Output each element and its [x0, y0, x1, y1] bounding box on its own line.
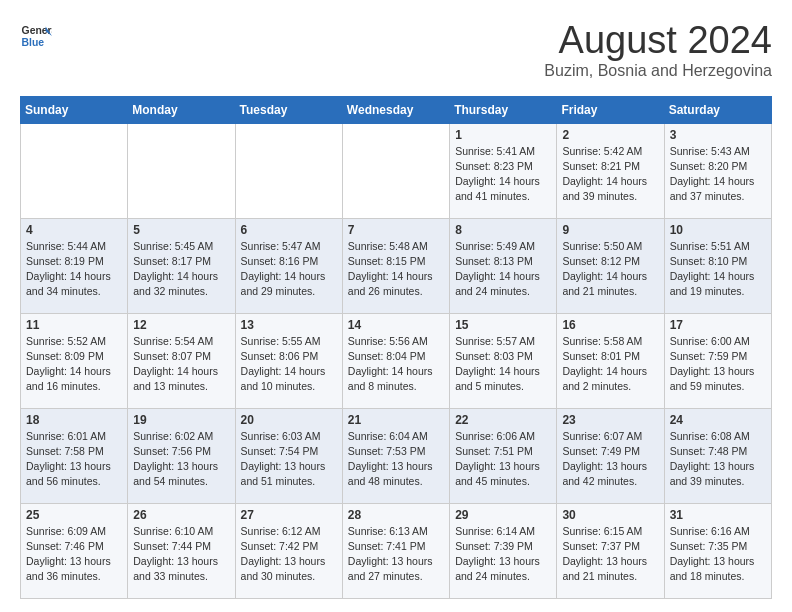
day-number: 15 [455, 318, 551, 332]
day-info: Sunrise: 5:52 AM Sunset: 8:09 PM Dayligh… [26, 334, 122, 395]
day-number: 6 [241, 223, 337, 237]
day-number: 14 [348, 318, 444, 332]
day-info: Sunrise: 5:48 AM Sunset: 8:15 PM Dayligh… [348, 239, 444, 300]
calendar-cell: 18Sunrise: 6:01 AM Sunset: 7:58 PM Dayli… [21, 408, 128, 503]
calendar-cell: 22Sunrise: 6:06 AM Sunset: 7:51 PM Dayli… [450, 408, 557, 503]
calendar-week-1: 1Sunrise: 5:41 AM Sunset: 8:23 PM Daylig… [21, 123, 772, 218]
day-number: 3 [670, 128, 766, 142]
day-number: 30 [562, 508, 658, 522]
svg-text:Blue: Blue [22, 37, 45, 48]
logo: General Blue [20, 20, 52, 52]
day-number: 18 [26, 413, 122, 427]
day-info: Sunrise: 5:54 AM Sunset: 8:07 PM Dayligh… [133, 334, 229, 395]
calendar-cell: 6Sunrise: 5:47 AM Sunset: 8:16 PM Daylig… [235, 218, 342, 313]
day-number: 2 [562, 128, 658, 142]
calendar-cell: 7Sunrise: 5:48 AM Sunset: 8:15 PM Daylig… [342, 218, 449, 313]
day-info: Sunrise: 6:02 AM Sunset: 7:56 PM Dayligh… [133, 429, 229, 490]
calendar-cell: 26Sunrise: 6:10 AM Sunset: 7:44 PM Dayli… [128, 503, 235, 598]
weekday-header-thursday: Thursday [450, 96, 557, 123]
calendar-cell: 15Sunrise: 5:57 AM Sunset: 8:03 PM Dayli… [450, 313, 557, 408]
day-info: Sunrise: 5:55 AM Sunset: 8:06 PM Dayligh… [241, 334, 337, 395]
calendar-cell: 24Sunrise: 6:08 AM Sunset: 7:48 PM Dayli… [664, 408, 771, 503]
calendar-cell: 5Sunrise: 5:45 AM Sunset: 8:17 PM Daylig… [128, 218, 235, 313]
day-info: Sunrise: 5:47 AM Sunset: 8:16 PM Dayligh… [241, 239, 337, 300]
day-info: Sunrise: 5:49 AM Sunset: 8:13 PM Dayligh… [455, 239, 551, 300]
calendar-cell [21, 123, 128, 218]
day-info: Sunrise: 6:07 AM Sunset: 7:49 PM Dayligh… [562, 429, 658, 490]
calendar-cell: 19Sunrise: 6:02 AM Sunset: 7:56 PM Dayli… [128, 408, 235, 503]
calendar-week-3: 11Sunrise: 5:52 AM Sunset: 8:09 PM Dayli… [21, 313, 772, 408]
day-number: 7 [348, 223, 444, 237]
calendar-cell: 12Sunrise: 5:54 AM Sunset: 8:07 PM Dayli… [128, 313, 235, 408]
day-info: Sunrise: 5:58 AM Sunset: 8:01 PM Dayligh… [562, 334, 658, 395]
day-number: 20 [241, 413, 337, 427]
day-number: 12 [133, 318, 229, 332]
calendar-cell: 30Sunrise: 6:15 AM Sunset: 7:37 PM Dayli… [557, 503, 664, 598]
calendar-cell: 29Sunrise: 6:14 AM Sunset: 7:39 PM Dayli… [450, 503, 557, 598]
day-number: 31 [670, 508, 766, 522]
day-info: Sunrise: 5:57 AM Sunset: 8:03 PM Dayligh… [455, 334, 551, 395]
calendar-week-5: 25Sunrise: 6:09 AM Sunset: 7:46 PM Dayli… [21, 503, 772, 598]
calendar-cell: 27Sunrise: 6:12 AM Sunset: 7:42 PM Dayli… [235, 503, 342, 598]
calendar-cell: 28Sunrise: 6:13 AM Sunset: 7:41 PM Dayli… [342, 503, 449, 598]
calendar-week-2: 4Sunrise: 5:44 AM Sunset: 8:19 PM Daylig… [21, 218, 772, 313]
day-number: 9 [562, 223, 658, 237]
day-info: Sunrise: 5:50 AM Sunset: 8:12 PM Dayligh… [562, 239, 658, 300]
day-number: 8 [455, 223, 551, 237]
day-info: Sunrise: 6:06 AM Sunset: 7:51 PM Dayligh… [455, 429, 551, 490]
calendar-cell: 25Sunrise: 6:09 AM Sunset: 7:46 PM Dayli… [21, 503, 128, 598]
calendar-cell: 14Sunrise: 5:56 AM Sunset: 8:04 PM Dayli… [342, 313, 449, 408]
main-title: August 2024 [544, 20, 772, 62]
day-number: 25 [26, 508, 122, 522]
day-number: 23 [562, 413, 658, 427]
weekday-header-row: SundayMondayTuesdayWednesdayThursdayFrid… [21, 96, 772, 123]
day-info: Sunrise: 6:10 AM Sunset: 7:44 PM Dayligh… [133, 524, 229, 585]
day-number: 11 [26, 318, 122, 332]
day-number: 27 [241, 508, 337, 522]
calendar-cell: 23Sunrise: 6:07 AM Sunset: 7:49 PM Dayli… [557, 408, 664, 503]
day-info: Sunrise: 6:01 AM Sunset: 7:58 PM Dayligh… [26, 429, 122, 490]
day-info: Sunrise: 5:43 AM Sunset: 8:20 PM Dayligh… [670, 144, 766, 205]
day-info: Sunrise: 5:56 AM Sunset: 8:04 PM Dayligh… [348, 334, 444, 395]
day-number: 13 [241, 318, 337, 332]
day-number: 24 [670, 413, 766, 427]
day-info: Sunrise: 6:04 AM Sunset: 7:53 PM Dayligh… [348, 429, 444, 490]
day-number: 29 [455, 508, 551, 522]
calendar-cell: 11Sunrise: 5:52 AM Sunset: 8:09 PM Dayli… [21, 313, 128, 408]
day-info: Sunrise: 6:14 AM Sunset: 7:39 PM Dayligh… [455, 524, 551, 585]
calendar-cell: 3Sunrise: 5:43 AM Sunset: 8:20 PM Daylig… [664, 123, 771, 218]
weekday-header-tuesday: Tuesday [235, 96, 342, 123]
calendar-cell: 16Sunrise: 5:58 AM Sunset: 8:01 PM Dayli… [557, 313, 664, 408]
day-info: Sunrise: 5:42 AM Sunset: 8:21 PM Dayligh… [562, 144, 658, 205]
calendar-cell: 20Sunrise: 6:03 AM Sunset: 7:54 PM Dayli… [235, 408, 342, 503]
calendar-cell: 10Sunrise: 5:51 AM Sunset: 8:10 PM Dayli… [664, 218, 771, 313]
day-info: Sunrise: 6:16 AM Sunset: 7:35 PM Dayligh… [670, 524, 766, 585]
weekday-header-saturday: Saturday [664, 96, 771, 123]
day-info: Sunrise: 5:51 AM Sunset: 8:10 PM Dayligh… [670, 239, 766, 300]
day-number: 4 [26, 223, 122, 237]
weekday-header-monday: Monday [128, 96, 235, 123]
calendar-cell [235, 123, 342, 218]
calendar-body: 1Sunrise: 5:41 AM Sunset: 8:23 PM Daylig… [21, 123, 772, 598]
day-number: 26 [133, 508, 229, 522]
calendar-table: SundayMondayTuesdayWednesdayThursdayFrid… [20, 96, 772, 599]
day-number: 10 [670, 223, 766, 237]
calendar-cell: 2Sunrise: 5:42 AM Sunset: 8:21 PM Daylig… [557, 123, 664, 218]
day-info: Sunrise: 6:09 AM Sunset: 7:46 PM Dayligh… [26, 524, 122, 585]
day-info: Sunrise: 6:13 AM Sunset: 7:41 PM Dayligh… [348, 524, 444, 585]
subtitle: Buzim, Bosnia and Herzegovina [544, 62, 772, 80]
day-number: 28 [348, 508, 444, 522]
weekday-header-wednesday: Wednesday [342, 96, 449, 123]
calendar-cell: 4Sunrise: 5:44 AM Sunset: 8:19 PM Daylig… [21, 218, 128, 313]
calendar-cell: 31Sunrise: 6:16 AM Sunset: 7:35 PM Dayli… [664, 503, 771, 598]
day-number: 5 [133, 223, 229, 237]
logo-icon: General Blue [20, 20, 52, 52]
day-info: Sunrise: 6:12 AM Sunset: 7:42 PM Dayligh… [241, 524, 337, 585]
day-number: 16 [562, 318, 658, 332]
calendar-cell: 9Sunrise: 5:50 AM Sunset: 8:12 PM Daylig… [557, 218, 664, 313]
day-number: 19 [133, 413, 229, 427]
weekday-header-sunday: Sunday [21, 96, 128, 123]
day-info: Sunrise: 6:00 AM Sunset: 7:59 PM Dayligh… [670, 334, 766, 395]
day-number: 21 [348, 413, 444, 427]
day-number: 22 [455, 413, 551, 427]
